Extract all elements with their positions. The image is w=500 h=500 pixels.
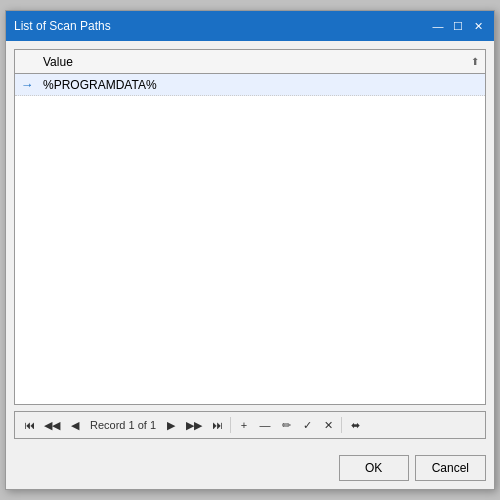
prev-prev-button[interactable]: ◀◀ [40,414,64,436]
table-body: → %PROGRAMDATA% [15,74,485,404]
ok-button[interactable]: OK [339,455,409,481]
list-of-scan-paths-window: List of Scan Paths — ☐ ✕ Value ⬆ → %PROG… [5,10,495,490]
prev-button[interactable]: ◀ [65,414,85,436]
scroll-button[interactable]: ⬌ [345,414,365,436]
row-arrow-icon: → [15,77,39,92]
remove-record-button[interactable]: — [255,414,275,436]
edit-record-button[interactable]: ✏ [276,414,296,436]
close-button[interactable]: ✕ [470,18,486,34]
title-bar: List of Scan Paths — ☐ ✕ [6,11,494,41]
window-controls: — ☐ ✕ [430,18,486,34]
main-content: Value ⬆ → %PROGRAMDATA% ⏮ ◀◀ ◀ Record 1 … [6,41,494,447]
toolbar-separator-2 [341,417,342,433]
minimize-button[interactable]: — [430,18,446,34]
first-record-button[interactable]: ⏮ [19,414,39,436]
row-value-cell: %PROGRAMDATA% [39,76,485,94]
cancel-edit-button[interactable]: ✕ [318,414,338,436]
record-label: Record 1 of 1 [86,419,160,431]
bottom-bar: OK Cancel [6,447,494,489]
scan-paths-table: Value ⬆ → %PROGRAMDATA% [14,49,486,405]
table-row[interactable]: → %PROGRAMDATA% [15,74,485,96]
confirm-button[interactable]: ✓ [297,414,317,436]
navigation-toolbar: ⏮ ◀◀ ◀ Record 1 of 1 ▶ ▶▶ ⏭ + — ✏ ✓ ✕ ⬌ [14,411,486,439]
maximize-button[interactable]: ☐ [450,18,466,34]
next-next-button[interactable]: ▶▶ [182,414,206,436]
table-header: Value ⬆ [15,50,485,74]
next-button[interactable]: ▶ [161,414,181,436]
add-record-button[interactable]: + [234,414,254,436]
toolbar-separator-1 [230,417,231,433]
last-record-button[interactable]: ⏭ [207,414,227,436]
window-title: List of Scan Paths [14,19,111,33]
value-column-header: Value [39,53,465,71]
sort-icon[interactable]: ⬆ [465,56,485,67]
cancel-button[interactable]: Cancel [415,455,486,481]
